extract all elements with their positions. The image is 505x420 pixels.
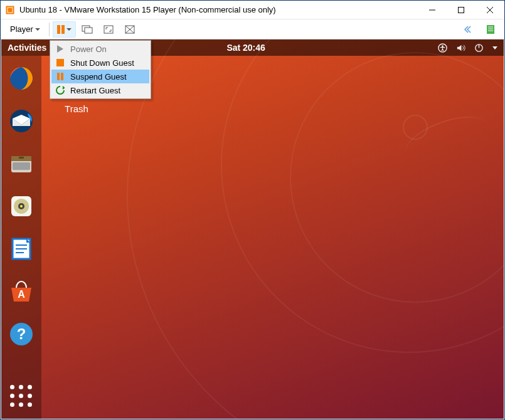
show-applications-button[interactable]: [8, 382, 35, 410]
fullscreen-button[interactable]: [98, 21, 119, 38]
player-menu-label: Player: [10, 24, 33, 34]
trash-label: Trash: [54, 103, 99, 114]
send-ctrl-alt-del-button[interactable]: [77, 21, 97, 38]
menu-item-restart-guest[interactable]: Restart Guest: [51, 83, 149, 97]
toolbar-help-button[interactable]: [481, 21, 501, 38]
stop-icon: [55, 58, 65, 68]
menu-item-power-on: Power On: [51, 42, 149, 56]
menu-item-shut-down-guest[interactable]: Shut Down Guest: [51, 56, 149, 70]
svg-point-30: [20, 205, 23, 207]
dock-icon-thunderbird[interactable]: [8, 107, 35, 135]
collapse-toolbar-button[interactable]: [459, 21, 479, 38]
window-titlebar: Ubuntu 18 - VMware Workstation 15 Player…: [1, 1, 504, 19]
vmware-toolbar: Player: [1, 19, 504, 39]
menu-item-suspend-guest[interactable]: Suspend Guest: [51, 70, 149, 83]
fullscreen-icon: [103, 24, 114, 35]
send-keys-icon: [82, 24, 93, 35]
caret-down-icon: [66, 28, 72, 31]
menu-item-label: Shut Down Guest: [70, 58, 134, 68]
pause-icon: [57, 25, 65, 34]
chevron-left-icon: [464, 24, 475, 35]
unity-mode-button[interactable]: [120, 21, 140, 38]
svg-rect-8: [85, 28, 92, 33]
svg-rect-9: [104, 26, 113, 33]
svg-rect-0: [6, 6, 14, 14]
vmware-app-icon: [4, 4, 16, 16]
caret-down-icon: [35, 28, 40, 31]
svg-text:?: ?: [17, 325, 26, 342]
menu-item-label: Power On: [70, 45, 107, 54]
play-icon: [55, 44, 65, 54]
svg-text:A: A: [18, 289, 25, 300]
power-dropdown-menu: Power On Shut Down Guest Suspend Guest R…: [50, 40, 151, 99]
restart-icon: [55, 85, 65, 95]
pause-icon: [55, 71, 65, 81]
power-split-button[interactable]: [53, 21, 76, 38]
toolbar-divider: [49, 23, 50, 36]
window-title: Ubuntu 18 - VMware Workstation 15 Player…: [19, 5, 276, 14]
dock-icon-help[interactable]: ?: [8, 320, 35, 348]
dock-icon-firefox[interactable]: [8, 65, 35, 92]
dock-icon-ubuntu-software[interactable]: A: [8, 278, 35, 305]
dock-icon-rhythmbox[interactable]: [8, 192, 35, 220]
dock-icon-files[interactable]: [8, 150, 35, 177]
svg-rect-25: [13, 162, 30, 170]
player-menu-button[interactable]: Player: [4, 21, 46, 38]
window-minimize-button[interactable]: [418, 1, 447, 19]
svg-rect-13: [487, 25, 494, 34]
menu-item-label: Suspend Guest: [70, 72, 127, 81]
ubuntu-dock: A ?: [1, 56, 41, 419]
note-icon: [485, 24, 496, 35]
activities-button[interactable]: Activities: [8, 43, 46, 53]
dock-icon-libreoffice-writer[interactable]: [8, 235, 35, 263]
unity-icon: [124, 24, 136, 35]
svg-rect-26: [19, 157, 24, 159]
menu-item-label: Restart Guest: [70, 86, 120, 95]
window-maximize-button[interactable]: [447, 1, 476, 19]
svg-rect-4: [459, 7, 464, 13]
window-close-button[interactable]: [476, 1, 504, 19]
